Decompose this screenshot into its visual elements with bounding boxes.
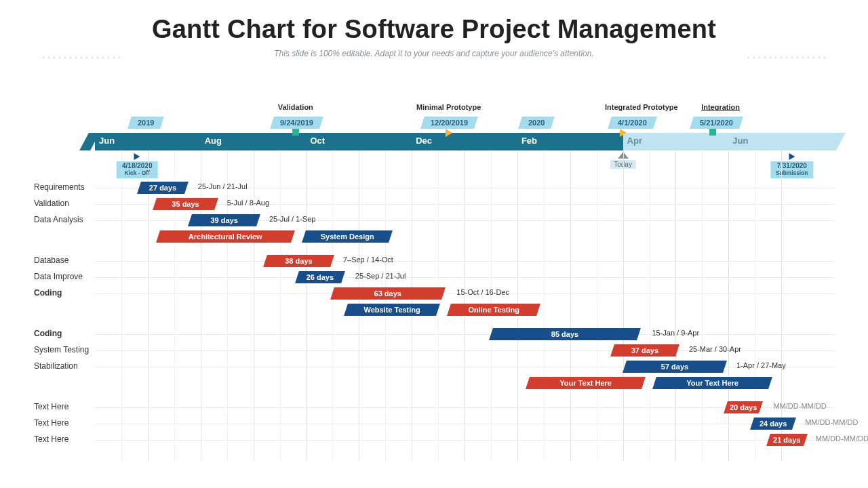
bar-label: 20 days [726, 401, 761, 413]
gantt-bar: Website Testing [344, 304, 440, 316]
bar-date-range: 25-Mar / 30-Apr [689, 345, 741, 353]
row-label: Requirements [34, 182, 94, 192]
year-chip-2019: 2019 [127, 117, 164, 129]
gantt-row: Text Here21 daysMM/DD-MM/DD [95, 432, 834, 449]
bar-date-range: 25-Jul / 1-Sep [269, 215, 315, 223]
gantt-row: Text Here20 daysMM/DD-MM/DD [95, 400, 834, 416]
milestone-minproto-label: Minimal Prototype [416, 103, 481, 111]
gantt-row: Requirements27 days25-Jun / 21-Jul [95, 180, 834, 197]
gantt-bar: Your Text Here [526, 377, 646, 389]
gantt-row: Architectural ReviewSystem Design [95, 229, 834, 245]
gantt-plot: JunAugOctDecFebAprJun 2019 Validation 9/… [95, 102, 834, 461]
square-marker-icon [292, 129, 299, 136]
decor-dots-right [746, 56, 827, 60]
chevron-marker-icon [446, 129, 452, 137]
gantt-row: System Testing37 days25-Mar / 30-Apr [95, 343, 834, 359]
milestone-integration-label: Integration [701, 103, 740, 111]
bar-date-range: MM/DD-MM/DD [816, 434, 868, 443]
gantt-chart: JunAugOctDecFebAprJun 2019 Validation 9/… [34, 102, 834, 461]
gantt-bar: 63 days [330, 287, 445, 300]
gantt-bar: Your Text Here [652, 377, 772, 389]
bar-label: Your Text Here [654, 377, 770, 389]
gantt-bar: Online Testing [447, 304, 540, 316]
row-label: Text Here [34, 418, 94, 428]
gantt-bar: 24 days [750, 418, 796, 430]
gantt-bar: 27 days [137, 182, 189, 194]
bar-label: 39 days [190, 214, 258, 226]
row-label: Database [34, 256, 94, 265]
chevron-marker-icon [620, 129, 627, 137]
slide: Gantt Chart for Software Project Managem… [0, 0, 868, 488]
slide-title: Gantt Chart for Software Project Managem… [0, 15, 868, 44]
bar-date-range: MM/DD-MM/DD [773, 402, 826, 410]
gantt-bar: 57 days [623, 361, 727, 373]
row-label: Stabilization [34, 361, 94, 371]
bar-label: 35 days [155, 198, 216, 210]
submission-chip: 7/31/2020 Submission [770, 161, 813, 178]
gantt-row: Validation35 days5-Jul / 8-Aug [95, 197, 834, 213]
bar-label: 85 days [491, 328, 639, 340]
row-label: Text Here [34, 434, 94, 444]
gantt-bar: 85 days [489, 328, 641, 340]
gantt-bar: 20 days [724, 401, 763, 413]
bar-label: 63 days [332, 287, 443, 300]
bar-label: 37 days [612, 344, 677, 357]
month-tick: Jun [99, 136, 115, 146]
bar-date-range: MM/DD-MM/DD [805, 418, 858, 426]
bar-label: Your Text Here [528, 377, 644, 389]
gantt-rows: Requirements27 days25-Jun / 21-JulValida… [95, 180, 834, 449]
gantt-row: Text Here24 daysMM/DD-MM/DD [95, 416, 834, 432]
row-label: Data Improve [34, 272, 94, 281]
gantt-row: Coding85 days15-Jan / 9-Apr [95, 327, 834, 343]
row-label: Validation [34, 199, 94, 208]
bar-date-range: 5-Jul / 8-Aug [227, 199, 269, 207]
bar-date-range: 15-Jan / 9-Apr [652, 329, 699, 337]
gantt-row: Coding63 days15-Oct / 16-Dec [95, 286, 834, 302]
month-axis: JunAugOctDecFebAprJun [95, 133, 834, 150]
gantt-row: Database38 days7–Sep / 14-Oct [95, 253, 834, 270]
row-label: Data Analysis [34, 215, 94, 224]
milestone-validation-label: Validation [278, 103, 313, 111]
month-tick: Dec [416, 136, 432, 146]
bar-label: 38 days [265, 255, 332, 267]
bar-label: Website Testing [346, 304, 438, 316]
month-tick: Apr [627, 136, 642, 146]
bar-date-range: 25-Jun / 21-Jul [198, 182, 248, 190]
month-tick: Feb [521, 136, 537, 146]
gantt-row: Data Analysis39 days25-Jul / 1-Sep [95, 213, 834, 229]
kickoff-chip: 4/18/2020 Kick - Off [117, 161, 158, 178]
month-tick: Jun [732, 136, 748, 146]
row-label: Coding [34, 288, 94, 298]
milestone-intproto-date: 4/1/2020 [608, 117, 657, 129]
square-marker-icon [709, 129, 716, 136]
slide-subtitle: This slide is 100% editable. Adapt it to… [0, 49, 868, 58]
gantt-bar: 35 days [153, 198, 218, 210]
chevron-marker-icon [789, 153, 795, 160]
milestone-intproto-label: Integrated Prototype [605, 103, 678, 111]
year-chip-2020: 2020 [518, 117, 555, 129]
bar-date-range: 7–Sep / 14-Oct [343, 256, 393, 264]
gantt-row: Website TestingOnline Testing [95, 302, 834, 319]
gantt-bar: 38 days [264, 255, 335, 267]
bar-label: 57 days [625, 361, 725, 373]
row-label: Coding [34, 329, 94, 338]
bar-label: System Design [304, 230, 391, 243]
row-label: System Testing [34, 345, 94, 354]
milestone-minproto-date: 12/20/2019 [420, 117, 478, 129]
bar-label: 27 days [139, 182, 186, 194]
gantt-bar: 26 days [295, 271, 345, 283]
bar-date-range: 25-Sep / 21-Jul [355, 272, 406, 280]
gantt-row: Stabilization57 days1-Apr / 27-May [95, 359, 834, 375]
gantt-row: Your Text HereYour Text Here [95, 375, 834, 392]
gantt-row: Data Improve26 days25-Sep / 21-Jul [95, 270, 834, 286]
milestone-validation-date: 9/24/2019 [270, 117, 323, 129]
month-tick: Oct [310, 136, 325, 146]
chevron-marker-icon [134, 153, 140, 160]
milestone-integration-date: 5/21/2020 [690, 117, 743, 129]
decor-dots-left [41, 56, 122, 60]
gantt-bar: 39 days [188, 214, 260, 226]
bar-label: Online Testing [449, 304, 538, 316]
gantt-bar: System Design [302, 230, 393, 243]
bar-label: 26 days [297, 271, 343, 283]
bar-date-range: 15-Oct / 16-Dec [456, 288, 509, 296]
